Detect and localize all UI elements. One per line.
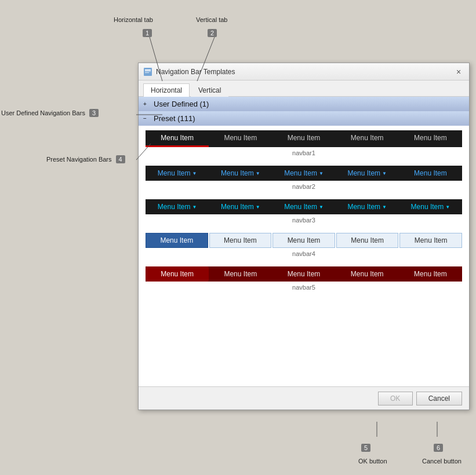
user-defined-toggle: + [143,101,150,107]
preset-badge: 4 [116,155,125,163]
navbar3-item: Menu Item ▼ Menu Item ▼ Menu Item ▼ Menu… [139,195,469,228]
navbar1-item-3[interactable]: Menu Item [336,130,399,147]
arrow-icon-n3-4: ▼ [445,204,450,210]
dialog-titlebar: Navigation Bar Templates × [139,63,469,81]
preset-section-title: Preset (111) [154,114,195,123]
dialog-title: Navigation Bar Templates [156,68,235,76]
preset-section-header[interactable]: − Preset (111) [139,111,469,126]
arrow-icon-2: ▼ [319,171,324,176]
navbar3-item-0[interactable]: Menu Item ▼ [146,199,209,214]
navbar1-bar[interactable]: Menu Item Menu Item Menu Item Menu Item … [146,130,462,147]
navbar4-item-2[interactable]: Menu Item [272,233,335,248]
dialog-title-left: Navigation Bar Templates [143,67,235,76]
cancel-button[interactable]: Cancel [416,392,462,405]
navbar5-item: Menu Item Menu Item Menu Item Menu Item … [139,262,469,295]
arrow-icon-3: ▼ [382,171,387,176]
preset-toggle: − [143,115,150,122]
navbar5-label: navbar5 [146,284,462,293]
navbar2-item-4[interactable]: Menu Item [399,166,462,181]
navbar5-item-1[interactable]: Menu Item [209,266,272,282]
cancel-annotation-label: Cancel button [422,458,462,465]
vertical-tab-badge: 2 [208,29,217,37]
navbar5-item-3[interactable]: Menu Item [336,266,399,282]
navbar3-label: navbar3 [146,217,462,226]
navbar1-item-1[interactable]: Menu Item [209,130,272,147]
navbar1-item: Menu Item Menu Item Menu Item Menu Item … [139,126,469,161]
tab-horizontal[interactable]: Horizontal [143,83,190,97]
navbar1-item-0[interactable]: Menu Item [146,130,209,147]
ok-annotation-label: OK button [358,458,387,465]
navbar5-bar[interactable]: Menu Item Menu Item Menu Item Menu Item … [146,266,462,282]
tabs-bar: Horizontal Vertical [139,81,469,97]
navbar2-label: navbar2 [146,183,462,192]
cancel-badge: 6 [434,444,443,452]
horizontal-tab-badge: 1 [143,29,152,37]
navbar5-item-4[interactable]: Menu Item [399,266,462,282]
navbar2-item-0[interactable]: Menu Item ▼ [146,166,209,181]
arrow-icon-0: ▼ [192,171,197,176]
navbar3-item-4[interactable]: Menu Item ▼ [399,199,462,214]
navbar3-bar[interactable]: Menu Item ▼ Menu Item ▼ Menu Item ▼ Menu… [146,199,462,214]
navbar4-item-4[interactable]: Menu Item [399,233,462,248]
dialog-content: + User Defined (1) − Preset (111) Menu I… [139,97,469,386]
user-defined-label: User Defined Navigation Bars [1,109,85,116]
navbar3-item-1[interactable]: Menu Item ▼ [209,199,272,214]
nav-list[interactable]: + User Defined (1) − Preset (111) Menu I… [139,97,469,386]
navbar2-item-3[interactable]: Menu Item ▼ [336,166,399,181]
navbar3-item-2[interactable]: Menu Item ▼ [272,199,335,214]
horizontal-tab-label: Horizontal tab [114,16,153,23]
ok-button[interactable]: OK [378,392,413,405]
arrow-icon-n3-3: ▼ [382,204,387,210]
close-button[interactable]: × [453,66,464,78]
navbar2-item: Menu Item ▼ Menu Item ▼ Menu Item ▼ Menu… [139,161,469,195]
dialog-icon [143,67,152,76]
navbar4-item-3[interactable]: Menu Item [336,233,399,248]
navbar5-item-2[interactable]: Menu Item [272,266,335,282]
arrow-icon-n3-1: ▼ [256,204,260,210]
svg-rect-2 [145,71,151,72]
preset-label: Preset Navigation Bars [46,156,112,163]
navbar4-item: Menu Item Menu Item Menu Item Menu Item … [139,228,469,262]
navbar3-item-3[interactable]: Menu Item ▼ [336,199,399,214]
tab-vertical[interactable]: Vertical [191,83,228,97]
user-defined-section-header[interactable]: + User Defined (1) [139,97,469,111]
user-defined-badge: 3 [89,109,99,117]
navbar2-item-1[interactable]: Menu Item ▼ [209,166,272,181]
arrow-icon-n3-2: ▼ [319,204,324,210]
navbar1-item-4[interactable]: Menu Item [399,130,462,147]
ok-badge: 5 [361,444,370,452]
svg-rect-1 [145,70,151,71]
svg-rect-3 [145,72,149,73]
arrow-icon-n3-0: ▼ [192,204,197,210]
arrow-icon-1: ▼ [256,171,260,176]
dialog: Navigation Bar Templates × Horizontal Ve… [138,63,470,410]
dialog-footer: OK Cancel [139,386,469,410]
navbar4-item-1[interactable]: Menu Item [209,233,272,248]
navbar1-item-2[interactable]: Menu Item [272,130,335,147]
navbar4-item-0[interactable]: Menu Item [146,233,208,248]
navbar1-label: navbar1 [146,149,462,159]
vertical-tab-label: Vertical tab [196,16,227,23]
navbar5-item-0[interactable]: Menu Item [146,266,209,282]
navbar4-bar[interactable]: Menu Item Menu Item Menu Item Menu Item … [146,233,462,248]
user-defined-section-title: User Defined (1) [154,100,209,108]
navbar2-item-2[interactable]: Menu Item ▼ [272,166,335,181]
navbar4-label: navbar4 [146,250,462,260]
navbar2-bar[interactable]: Menu Item ▼ Menu Item ▼ Menu Item ▼ Menu… [146,166,462,181]
